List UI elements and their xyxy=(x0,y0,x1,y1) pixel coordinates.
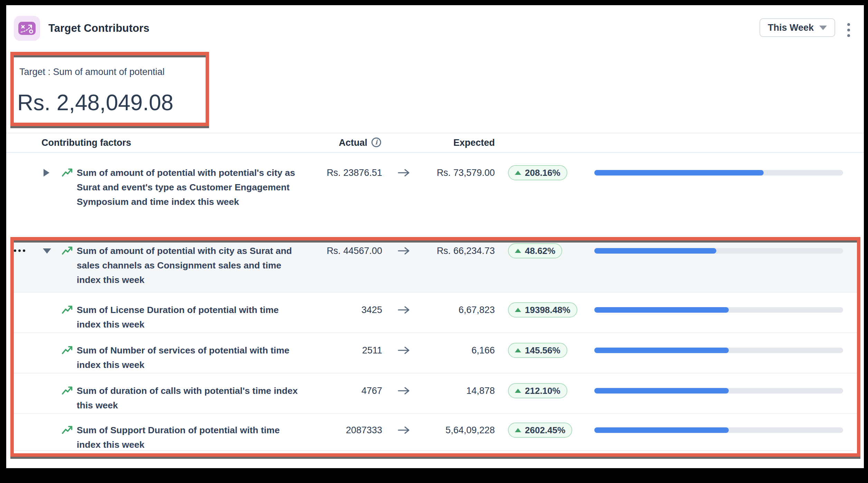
arrow-right-icon xyxy=(397,168,411,179)
change-badge: 2602.45% xyxy=(508,423,572,438)
actual-value: Rs. 44567.00 xyxy=(290,244,382,258)
increase-triangle-icon xyxy=(515,428,521,432)
table-row: Sum of Number of services of potential w… xyxy=(14,332,857,373)
factor-description[interactable]: Sum of Support Duration of potential wit… xyxy=(77,423,300,452)
actual-value: 2511 xyxy=(290,343,382,358)
info-icon[interactable]: i xyxy=(371,138,381,147)
factor-description[interactable]: Sum of License Duration of potential wit… xyxy=(77,303,300,332)
table-row: Sum of duration of calls with potential'… xyxy=(14,373,857,414)
progress-bar xyxy=(594,427,843,433)
column-header-actual: Actual xyxy=(293,138,367,148)
actual-value: Rs. 23876.51 xyxy=(290,165,382,180)
progress-bar-fill xyxy=(594,388,729,394)
factor-description[interactable]: Sum of amount of potential with potentia… xyxy=(77,165,300,209)
progress-bar-fill xyxy=(594,427,729,433)
expand-right-icon[interactable] xyxy=(44,169,49,177)
expected-value: 14,878 xyxy=(427,383,495,398)
progress-bar xyxy=(594,248,843,254)
target-contributors-widget: Target Contributors This Week Target : S… xyxy=(6,5,864,468)
table-row: Sum of Support Duration of potential wit… xyxy=(14,413,857,453)
expected-value: 5,64,09,228 xyxy=(427,423,495,437)
table-row: Sum of License Duration of potential wit… xyxy=(14,292,857,333)
arrow-right-icon xyxy=(397,346,411,356)
change-badge: 208.16% xyxy=(508,165,567,180)
increase-triangle-icon xyxy=(515,171,521,175)
progress-bar-fill xyxy=(594,248,716,254)
trend-up-icon xyxy=(62,246,73,257)
widget-header: Target Contributors xyxy=(14,15,150,42)
factor-description[interactable]: Sum of duration of calls with potential'… xyxy=(77,383,300,413)
arrow-right-icon xyxy=(397,305,411,316)
increase-triangle-icon xyxy=(515,249,521,253)
actual-value: 4767 xyxy=(290,383,382,398)
column-header-factors: Contributing factors xyxy=(41,138,131,148)
increase-triangle-icon xyxy=(515,308,521,312)
expected-value: 6,67,823 xyxy=(427,303,495,317)
actual-value: 2087333 xyxy=(290,423,382,437)
more-options-button[interactable] xyxy=(14,249,25,252)
target-label: Target : Sum of amount of potential xyxy=(19,67,164,77)
arrow-right-icon xyxy=(397,246,411,257)
arrow-right-icon xyxy=(397,386,411,397)
progress-bar-fill xyxy=(594,348,729,353)
expected-value: Rs. 66,234.73 xyxy=(427,244,495,258)
increase-triangle-icon xyxy=(515,389,521,393)
change-badge: 19398.48% xyxy=(508,302,577,318)
strategy-icon xyxy=(14,16,40,41)
chevron-down-icon xyxy=(819,26,827,30)
trend-up-icon xyxy=(62,305,73,316)
period-selector-dropdown[interactable]: This Week xyxy=(760,18,835,37)
arrow-right-icon xyxy=(397,426,411,436)
progress-bar xyxy=(594,348,843,353)
expected-value: Rs. 73,579.00 xyxy=(427,165,495,180)
trend-up-icon xyxy=(62,168,73,179)
period-selector-label: This Week xyxy=(768,22,814,33)
strategy-icon-glyph xyxy=(18,22,36,35)
table-row: Sum of amount of potential with potentia… xyxy=(6,153,860,237)
trend-up-icon xyxy=(62,386,73,397)
progress-bar xyxy=(594,307,843,313)
change-badge: 48.62% xyxy=(508,243,562,258)
progress-bar-fill xyxy=(594,170,764,176)
expected-value: 6,166 xyxy=(427,343,495,358)
actual-value: 3425 xyxy=(290,303,382,317)
divider xyxy=(6,133,864,133)
kebab-menu-button[interactable] xyxy=(847,23,850,37)
progress-bar xyxy=(594,170,843,176)
change-badge: 145.56% xyxy=(508,343,567,358)
page-title: Target Contributors xyxy=(48,22,150,35)
target-value: Rs. 2,48,049.08 xyxy=(17,90,173,115)
increase-triangle-icon xyxy=(515,348,521,352)
divider xyxy=(14,450,853,451)
factor-description[interactable]: Sum of amount of potential with city as … xyxy=(77,244,300,287)
trend-up-icon xyxy=(62,345,73,357)
trend-up-icon xyxy=(62,425,73,437)
collapse-down-icon[interactable] xyxy=(43,248,51,254)
factor-description[interactable]: Sum of Number of services of potential w… xyxy=(77,343,300,372)
column-header-expected: Expected xyxy=(427,138,495,148)
change-badge: 212.10% xyxy=(508,383,567,398)
progress-bar-fill xyxy=(594,307,729,313)
table-row-expanded: Sum of amount of potential with city as … xyxy=(14,243,857,292)
progress-bar xyxy=(594,388,843,394)
